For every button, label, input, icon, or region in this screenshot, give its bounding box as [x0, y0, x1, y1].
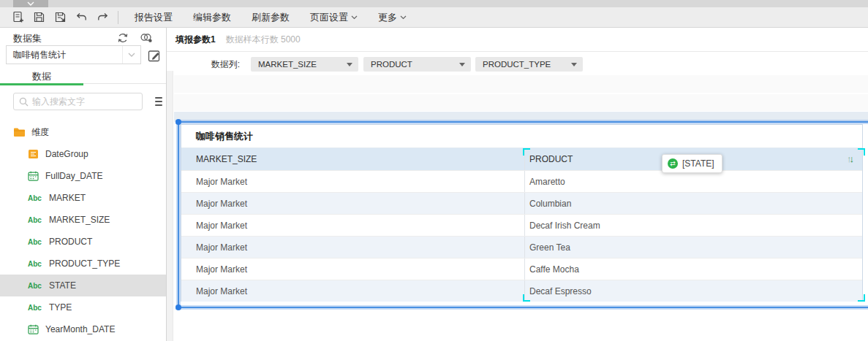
- field-item-market-size[interactable]: Abc MARKET_SIZE: [0, 209, 166, 231]
- folder-icon: [13, 127, 26, 137]
- dataset-relation-button[interactable]: [139, 31, 154, 45]
- save-as-icon: [54, 11, 67, 23]
- column-select-value: MARKET_SIZE: [258, 60, 347, 69]
- menu-more[interactable]: 更多: [378, 11, 407, 24]
- field-label: FullDay_DATE: [45, 171, 102, 181]
- table-row[interactable]: Major Market Columbian: [181, 192, 862, 214]
- field-search-box[interactable]: [13, 93, 143, 110]
- column-select-product[interactable]: PRODUCT: [363, 57, 471, 72]
- column-select-value: PRODUCT: [371, 60, 459, 69]
- field-label: PRODUCT_TYPE: [49, 258, 120, 269]
- text-field-icon: Abc: [28, 304, 42, 312]
- edit-pencil-icon: [147, 48, 162, 63]
- table-row[interactable]: Major Market Green Tea: [181, 236, 862, 258]
- field-item-yearmonth-date[interactable]: YearMonth_DATE: [0, 318, 166, 340]
- report-table-widget[interactable]: 咖啡销售统计 MARKET_SIZE PRODUCT ↑↓ Major Mark…: [181, 124, 863, 302]
- cell-value: Major Market: [196, 242, 247, 253]
- cell-value: Amaretto: [529, 177, 565, 187]
- field-list-options-button[interactable]: [153, 96, 165, 107]
- menu-page-settings[interactable]: 页面设置: [310, 11, 358, 24]
- redo-icon: [97, 11, 109, 23]
- dataset-sidebar: 数据集 咖啡销售统计: [0, 28, 167, 341]
- sidebar-tabbar: 数据: [0, 70, 166, 84]
- new-report-button[interactable]: [7, 7, 29, 28]
- drop-target-corner-bottom-left: [523, 294, 530, 302]
- drop-target-corner-top-left: [523, 148, 530, 156]
- cell-value: Green Tea: [529, 242, 570, 253]
- menu-label: 报告设置: [135, 11, 173, 24]
- menu-edit-params[interactable]: 编辑参数: [193, 11, 231, 24]
- field-search-row: [0, 93, 166, 110]
- field-label: DateGroup: [45, 149, 88, 159]
- column-select-product-type[interactable]: PRODUCT_TYPE: [475, 57, 583, 72]
- save-icon: [33, 11, 45, 23]
- field-item-fullday-date[interactable]: FullDay_DATE: [0, 165, 166, 187]
- dropdown-arrow-icon: [459, 63, 465, 66]
- save-as-button[interactable]: [50, 7, 71, 28]
- selection-border-left: [178, 121, 179, 308]
- table-row[interactable]: Major Market Amaretto: [181, 170, 862, 192]
- field-item-state[interactable]: Abc STATE: [0, 275, 166, 296]
- field-label: MARKET: [49, 193, 86, 203]
- drag-chip-state[interactable]: ⇄ [STATE]: [662, 154, 722, 173]
- dataset-select-value: 咖啡销售统计: [7, 49, 122, 61]
- text-field-icon: Abc: [28, 194, 42, 202]
- chevron-down-icon: [27, 1, 34, 6]
- dropdown-arrow-icon: [571, 63, 577, 66]
- field-label: TYPE: [49, 302, 72, 313]
- text-field-icon: Abc: [28, 216, 42, 224]
- field-item-product-type[interactable]: Abc PRODUCT_TYPE: [0, 253, 166, 275]
- cell-value: Caffe Mocha: [529, 264, 579, 275]
- tab-active-indicator: [0, 83, 83, 85]
- table-title: 咖啡销售统计: [181, 125, 862, 148]
- cell-value: Major Market: [196, 177, 247, 187]
- dataset-select[interactable]: 咖啡销售统计: [6, 45, 141, 64]
- dimension-folder[interactable]: 维度: [0, 121, 166, 143]
- tab-data[interactable]: 数据: [0, 70, 83, 84]
- search-icon: [19, 97, 29, 107]
- main-panel: 填报参数1 数据样本行数 5000 数据列: MARKET_SIZE PRODU…: [167, 28, 868, 341]
- header-label: PRODUCT: [529, 154, 573, 164]
- search-input[interactable]: [32, 96, 142, 107]
- column-select-market-size[interactable]: MARKET_SIZE: [251, 57, 358, 72]
- swap-arrows-icon: ⇄: [668, 158, 678, 169]
- menu-label: 编辑参数: [193, 11, 231, 24]
- canvas-gutter: [167, 71, 173, 341]
- linked-circles-gear-icon: [139, 31, 154, 45]
- table-row[interactable]: Major Market Decaf Espresso: [181, 280, 862, 302]
- selection-border-top: [177, 121, 868, 123]
- field-item-type[interactable]: Abc TYPE: [0, 296, 166, 318]
- menu-refresh-params[interactable]: 刷新参数: [252, 11, 290, 24]
- text-field-icon: Abc: [28, 282, 42, 290]
- menu-report-settings[interactable]: 报告设置: [135, 11, 173, 24]
- cell-value: Columbian: [529, 199, 571, 209]
- field-item-product[interactable]: Abc PRODUCT: [0, 231, 166, 253]
- edit-dataset-button[interactable]: [146, 47, 163, 64]
- save-button[interactable]: [29, 7, 50, 28]
- cell-value: Major Market: [196, 286, 247, 296]
- menu-label: 更多: [378, 11, 397, 24]
- refresh-dataset-button[interactable]: [116, 31, 130, 45]
- cell-value: Decaf Espresso: [529, 286, 592, 296]
- selection-handle-top[interactable]: [176, 119, 181, 125]
- sheet-tab[interactable]: 填报参数1: [176, 34, 216, 46]
- field-item-dategroup[interactable]: DateGroup: [0, 143, 166, 165]
- menu-label: 页面设置: [310, 11, 348, 24]
- redo-button[interactable]: [92, 7, 113, 28]
- collapse-toolbar-tab[interactable]: [13, 0, 48, 7]
- sheet-tabbar: 填报参数1 数据样本行数 5000: [167, 28, 868, 52]
- undo-button[interactable]: [71, 7, 92, 28]
- table-row[interactable]: Major Market Caffe Mocha: [181, 258, 862, 280]
- selection-handle-bottom[interactable]: [176, 304, 181, 310]
- refresh-icon: [116, 31, 129, 45]
- group-field-icon: [28, 149, 39, 159]
- table-row[interactable]: Major Market Decaf Irish Cream: [181, 214, 862, 236]
- field-item-market[interactable]: Abc MARKET: [0, 187, 166, 209]
- new-report-icon: [12, 11, 24, 23]
- tab-data-label: 数据: [32, 71, 51, 82]
- header-cell-market-size[interactable]: MARKET_SIZE: [181, 148, 525, 170]
- drop-target-corner-bottom-right: [858, 294, 865, 302]
- table-header-row: MARKET_SIZE PRODUCT ↑↓: [181, 148, 862, 170]
- folder-label: 维度: [31, 126, 49, 139]
- sort-icon[interactable]: ↑↓: [847, 153, 852, 164]
